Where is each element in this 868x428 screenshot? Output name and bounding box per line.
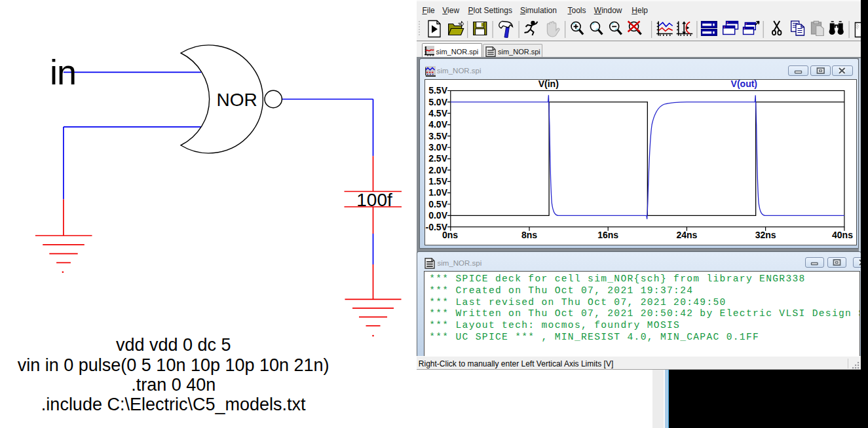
svg-text:*** UC SPICE *** , MIN_RESIST: *** UC SPICE *** , MIN_RESIST 4.0, MIN_C… bbox=[429, 332, 759, 342]
svg-text:.include C:\Electric\C5_models: .include C:\Electric\C5_models.txt bbox=[41, 395, 306, 414]
svg-text:32ns: 32ns bbox=[755, 230, 776, 240]
svg-text:2.0V: 2.0V bbox=[428, 165, 447, 175]
svg-text:3.5V: 3.5V bbox=[428, 131, 447, 141]
svg-text:24ns: 24ns bbox=[676, 230, 697, 240]
svg-text:16ns: 16ns bbox=[597, 230, 618, 240]
svg-text:*** Created on Thu Oct 07, 202: *** Created on Thu Oct 07, 2021 19:37:24 bbox=[429, 285, 693, 296]
svg-text:8ns: 8ns bbox=[521, 230, 537, 240]
svg-text:*** Written on Thu Oct 07, 202: *** Written on Thu Oct 07, 2021 20:50:42… bbox=[429, 308, 859, 319]
svg-text:4.5V: 4.5V bbox=[428, 108, 447, 118]
svg-text:*** Last revised on Thu Oct 07: *** Last revised on Thu Oct 07, 2021 20:… bbox=[429, 297, 726, 308]
svg-text:5.5V: 5.5V bbox=[428, 85, 447, 96]
svg-text:V(in): V(in) bbox=[538, 79, 559, 89]
svg-text:0.5V: 0.5V bbox=[428, 199, 447, 209]
svg-text:3.0V: 3.0V bbox=[428, 142, 447, 152]
svg-text:5.0V: 5.0V bbox=[428, 97, 447, 107]
svg-text:4.0V: 4.0V bbox=[428, 119, 447, 130]
svg-text:0.0V: 0.0V bbox=[428, 210, 447, 221]
svg-text:in: in bbox=[50, 52, 76, 92]
svg-text:*** SPICE deck for cell sim_NO: *** SPICE deck for cell sim_NOR{sch} fro… bbox=[429, 274, 805, 284]
svg-text:.tran 0 40n: .tran 0 40n bbox=[131, 375, 216, 395]
svg-text:vdd vdd 0 dc 5: vdd vdd 0 dc 5 bbox=[116, 335, 231, 355]
svg-text:2.5V: 2.5V bbox=[428, 153, 447, 164]
svg-text:0ns: 0ns bbox=[442, 230, 458, 240]
svg-text:40ns: 40ns bbox=[832, 230, 853, 240]
svg-text:1.0V: 1.0V bbox=[428, 187, 447, 198]
svg-text:100f: 100f bbox=[356, 190, 392, 210]
svg-text:1.5V: 1.5V bbox=[428, 176, 447, 187]
svg-text:NOR: NOR bbox=[217, 90, 257, 110]
svg-text:*** Layout tech: mocmos, found: *** Layout tech: mocmos, foundry MOSIS bbox=[429, 320, 680, 330]
svg-text:V(out): V(out) bbox=[731, 79, 757, 89]
svg-text:vin in 0 pulse(0 5 10n 10p 10p: vin in 0 pulse(0 5 10n 10p 10p 10n 21n) bbox=[18, 355, 330, 375]
